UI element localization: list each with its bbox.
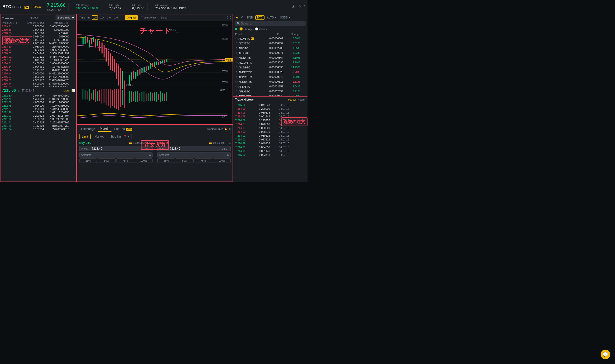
trade-hist-row: 7,214.060.08053314:07:15 — [233, 111, 308, 115]
pair-row[interactable]: ☆AMB/BTC0.0000033614.29% — [233, 65, 308, 70]
svg-text:7600.00: 7600.00 — [222, 24, 228, 27]
buy-amount-input[interactable] — [92, 153, 146, 156]
ob-bid-row[interactable]: 7212.260.2344831,691.15236158 — [0, 111, 76, 114]
share-icon[interactable]: ⤴ — [303, 5, 305, 9]
pair-row[interactable]: ☆ADX/BTC0.000009573.01% — [233, 41, 308, 46]
ob-view-both[interactable]: ≡ — [2, 16, 4, 19]
main-content: ≡ ▬ ▬ groups 2 decimals Price(USDT) Amou… — [0, 14, 308, 182]
ob-ask-row[interactable]: 7218.950.6592004756200 — [0, 31, 76, 35]
order-type-market[interactable]: Market — [92, 134, 106, 139]
tab-alts[interactable]: ALTS ▾ — [266, 15, 278, 20]
svg-rect-90 — [144, 91, 145, 102]
tab-futures[interactable]: Futures x125 › — [112, 126, 137, 131]
moon-icon[interactable]: ☽ — [297, 5, 301, 9]
pair-row[interactable]: ☆ARPA/BTC0.000001472.80% — [233, 94, 308, 96]
tab-usd[interactable]: USD$ ▾ — [279, 15, 291, 20]
sell-price-input[interactable] — [170, 147, 222, 150]
buy-pct-50[interactable]: 50% — [98, 158, 115, 163]
ob-bid-row[interactable]: 7211.240.107734776.89573016 — [0, 128, 76, 131]
sell-pct-25[interactable]: 25% — [157, 158, 175, 163]
ob-ask-row[interactable]: 7216.710.4000002,886.68400000 — [0, 62, 76, 65]
ob-ask-row[interactable]: 7218.011.3071119,434.74026911 — [0, 55, 76, 58]
ob-bid-row[interactable]: 7212.794.30000031,014.99700000 — [0, 97, 76, 101]
pair-row[interactable]: ☆ALGO/BTC0.000030352.19% — [233, 60, 308, 65]
sell-amount-input[interactable] — [170, 153, 224, 156]
ob-ask-row[interactable]: 7215.943.80000027,420.57200000 — [0, 82, 76, 85]
svg-rect-100 — [164, 94, 165, 101]
buy-pct-100[interactable]: 100% — [135, 158, 153, 163]
tab-btc[interactable]: BTC — [255, 15, 265, 20]
ob-bid-row[interactable]: 7212.784.00000028,851.12000000 — [0, 101, 76, 104]
order-type-limit[interactable]: Limit — [79, 134, 91, 139]
pair-row[interactable]: ☆ADA/BTC5x0.000005090.39% — [233, 36, 308, 41]
search-input[interactable] — [241, 22, 304, 25]
svg-rect-94 — [152, 93, 153, 101]
hist-tab-market[interactable]: Market — [287, 98, 297, 101]
sell-pct-50[interactable]: 50% — [176, 158, 193, 163]
ob-bid-row[interactable]: 7211.930.2908282,097.43117804 — [0, 114, 76, 117]
star-icon[interactable]: ★ — [235, 16, 238, 19]
sun-icon[interactable]: ☀ — [292, 5, 295, 9]
ob-ask-row[interactable]: 7217.020.019860143.33001720 — [0, 58, 76, 62]
buy-price-input[interactable] — [92, 147, 144, 150]
ob-bid-row[interactable]: 7212.270.2000001,442.45400000 — [0, 107, 76, 111]
ob-bid-row[interactable]: 7212.800.044347319.86604160 — [0, 94, 76, 97]
order-type-stoplimit[interactable]: Stop-limit ❓ ▾ — [108, 134, 132, 139]
time-1h[interactable]: 1H — [92, 15, 98, 20]
time-1m[interactable]: 1M — [113, 16, 119, 19]
ob-bid-row[interactable]: 7212.750.014000100.97850000 — [0, 104, 76, 107]
pair-row[interactable]: ☆ANKR/BTC0.00000026-3.70% — [233, 70, 308, 75]
ob-bid-row[interactable]: 7211.250.112398810.53007750 — [0, 124, 76, 128]
pair-row[interactable]: ☆ARK/BTC0.000022592.64% — [233, 84, 308, 89]
ob-ask-row[interactable]: 7215.801.84433313,308.33806140 — [0, 85, 76, 87]
pair-row[interactable]: ☆ARDR/BTC0.00000611-1.61% — [233, 79, 308, 84]
time-m[interactable]: m — [86, 16, 91, 19]
ob-ask-row[interactable]: 7216.072.00000014,432.14000000 — [0, 75, 76, 78]
time-1d[interactable]: 1D — [99, 16, 105, 19]
buy-amount-field: Amount: BTC — [79, 152, 153, 157]
ob-ask-row[interactable]: 7218.821.0340007470000 — [0, 35, 76, 38]
buy-pct-25[interactable]: 25% — [79, 158, 97, 163]
buy-pct-75[interactable]: 75% — [117, 158, 134, 163]
pair-row[interactable]: ☆APPC/BTC0.000003724.20% — [233, 75, 308, 79]
ob-ask-row[interactable]: 7218.020.4642463,350.93691292 — [0, 52, 76, 55]
ob-ask-row[interactable]: 7218.030.6824204,925.72803260 — [0, 48, 76, 52]
trade-hist-row: 7,214.990.00114614:07:15 — [233, 149, 308, 153]
view-depth[interactable]: Depth — [159, 15, 170, 20]
ob-bid-row[interactable]: 7211.920.1882901,357.93241680 — [0, 117, 76, 121]
ob-bid-row[interactable]: 7211.710.4524153,262.68577965 — [0, 121, 76, 124]
pair-row[interactable]: ☆ARN/BTC0.000020598.71% — [233, 89, 308, 94]
time-1w[interactable]: 1W — [106, 16, 112, 19]
hist-tab-yours[interactable]: Yours — [297, 98, 306, 101]
ob-ask-row[interactable]: 7216.340.113682820.36796388 — [0, 68, 76, 72]
tab-m[interactable]: M — [239, 15, 245, 20]
right-panel: ★ M BNB BTC ALTS ▾ USD$ ▾ 🔍 Change — [233, 14, 308, 182]
ob-ask-row[interactable]: 7218.500.030000216.55500000 — [0, 45, 76, 48]
ob-view-bids[interactable]: ▬ — [10, 16, 13, 19]
ob-ask-row[interactable]: 7218.522.03118014,662.11345360 — [0, 41, 76, 45]
tab-exchange[interactable]: Exchange — [79, 126, 97, 131]
view-original[interactable]: Original — [125, 15, 138, 20]
expand-chart-button[interactable]: ⛶ — [227, 16, 231, 19]
ob-ask-row[interactable]: 7216.014.30917231,095.02824370 — [0, 78, 76, 82]
radio-change[interactable]: Change — [240, 27, 253, 30]
decimals-select[interactable]: 2 decimals — [55, 15, 75, 20]
sell-pct-75[interactable]: 75% — [195, 158, 212, 163]
ob-ask-row[interactable]: 7216.142.00000014,432.28000000 — [0, 72, 76, 75]
pair-row[interactable]: ☆AGI/BTC0.000002713.83% — [233, 51, 308, 55]
ob-view-asks[interactable]: ▬ — [5, 16, 9, 19]
ob-ask-row[interactable]: 7216.440.024661177.96462684 — [0, 65, 76, 68]
ob-ask-row[interactable]: 7218.700.00152411.00129880 — [0, 38, 76, 41]
pair-row[interactable]: ☆AION/BTC0.000008644.60% — [233, 55, 308, 60]
view-tradingview[interactable]: TradingView — [139, 15, 158, 20]
tab-margin[interactable]: Margin — [98, 126, 111, 132]
ob-ask-row[interactable]: 7219.450.00458233.07951990 — [0, 28, 76, 31]
radio-volume[interactable]: Volume — [255, 27, 268, 30]
svg-rect-38 — [129, 75, 130, 85]
tab-bnb[interactable]: BNB — [245, 15, 254, 20]
more-link[interactable]: More — [63, 89, 69, 92]
ob-ask-row[interactable]: 7219.510.5000003,609.75500000 — [0, 25, 76, 28]
buy-title-row: Buy BTC 💳 0.00000000 USDT — [79, 141, 153, 144]
pair-row[interactable]: ☆AE/BTC0.000022031.85% — [233, 46, 308, 51]
sell-pct-100[interactable]: 100% — [213, 158, 231, 163]
